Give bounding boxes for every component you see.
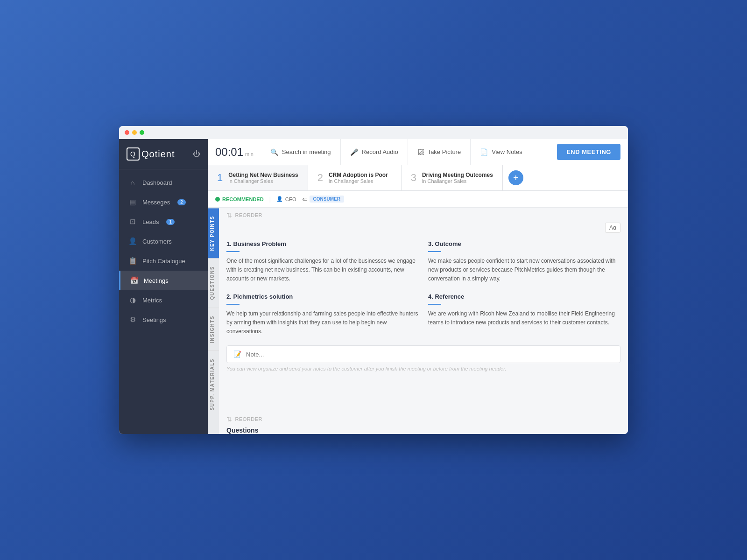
- key-point-1-title: 1. Business Problem: [226, 240, 419, 247]
- close-dot[interactable]: [125, 130, 129, 135]
- sidebar-item-messages[interactable]: ▤ Messeges 2: [119, 192, 208, 212]
- logo-label: Qotient: [141, 149, 175, 160]
- key-point-2: 2. Pichmetrics solution We help turn you…: [226, 293, 419, 336]
- consumer-label: CONSUMER: [310, 196, 344, 203]
- add-pitch-button[interactable]: +: [508, 170, 523, 185]
- font-size-button[interactable]: Aα: [605, 223, 620, 233]
- questions-heading: Questions: [219, 427, 628, 434]
- key-point-2-underline: [226, 304, 240, 305]
- key-point-1-underline: [226, 251, 240, 252]
- sidebar-item-settings[interactable]: ⚙ Seetings: [119, 310, 208, 329]
- note-hint: You can view organize and send your note…: [226, 366, 620, 371]
- maximize-dot[interactable]: [140, 130, 144, 135]
- end-meeting-button[interactable]: END MEETING: [557, 144, 620, 160]
- sidebar-item-metrics-label: Metrics: [142, 297, 162, 304]
- timer-unit: min: [245, 151, 254, 157]
- view-notes-label: View Notes: [492, 148, 522, 155]
- key-point-4: 4. Reference We are working with Ricoh N…: [428, 293, 620, 336]
- nav-items: ⌂ Dashboard ▤ Messeges 2 ⊡ Leads 1 👤 Cus…: [119, 169, 208, 434]
- sidebar-item-leads-label: Leads: [142, 218, 159, 225]
- recommended-tag: RECOMMENDED: [215, 196, 264, 202]
- ceo-label: CEO: [285, 196, 296, 202]
- sidebar-item-dashboard[interactable]: ⌂ Dashboard: [119, 173, 208, 192]
- left-tab-supp-materials[interactable]: SUPP. MATERIALS: [208, 350, 219, 418]
- sidebar-item-dashboard-label: Dashboard: [142, 179, 172, 186]
- reorder-icon: ⇅: [226, 211, 233, 219]
- settings-icon: ⚙: [128, 315, 137, 324]
- pitch-tab-3-title: Driving Meeting Outcomes: [422, 172, 493, 178]
- pitch-tab-1-info: Getting Net New Business in Challanger S…: [228, 172, 298, 184]
- app-body: Q Qotient ⏻ ⌂ Dashboard ▤ Messeges 2 ⊡ L…: [119, 139, 628, 434]
- messages-badge: 2: [177, 199, 186, 205]
- reorder-label: REORDER: [235, 212, 263, 218]
- sidebar-item-leads[interactable]: ⊡ Leads 1: [119, 212, 208, 231]
- pitch-tab-3-info: Driving Meeting Outcomes in Challanger S…: [422, 172, 493, 184]
- left-tab-key-points[interactable]: KEY POINTS: [208, 208, 219, 258]
- pitch-tab-1-sub: in Challanger Sales: [228, 178, 298, 184]
- pitch-tab-3-sub: in Challanger Sales: [422, 178, 493, 184]
- pitch-tab-1[interactable]: 1 Getting Net New Business in Challanger…: [208, 165, 308, 190]
- logo-area: Q Qotient ⏻: [119, 139, 208, 169]
- pitch-tab-1-title: Getting Net New Business: [228, 172, 298, 178]
- power-icon[interactable]: ⏻: [193, 150, 200, 158]
- consumer-tag: 🏷 CONSUMER: [302, 196, 344, 203]
- key-points-scroll: Aα 1. Business Problem One of the most s…: [219, 223, 628, 412]
- pitch-tab-3-num: 3: [411, 172, 416, 184]
- person-icon: 👤: [276, 196, 283, 202]
- tag-icon: 🏷: [302, 196, 307, 202]
- key-point-3-title: 3. Outcome: [428, 240, 620, 247]
- left-tabs: KEY POINTS QUESTIONS INSIGHTS SUPP. MATE…: [208, 208, 219, 434]
- dashboard-icon: ⌂: [128, 179, 137, 187]
- tags-bar: RECOMMENDED | 👤 CEO 🏷 CONSUMER: [208, 191, 628, 208]
- left-tab-questions[interactable]: QUESTIONS: [208, 258, 219, 307]
- sidebar-item-pitch-catalogue-label: Pitch Catalogue: [142, 258, 185, 265]
- key-point-1-text: One of the most significant challenges f…: [226, 257, 419, 284]
- leads-badge: 1: [166, 219, 175, 225]
- tabs-and-content: KEY POINTS QUESTIONS INSIGHTS SUPP. MATE…: [208, 208, 628, 434]
- sidebar-item-metrics[interactable]: ◑ Metrics: [119, 290, 208, 310]
- pitch-tab-2-title: CRM Adoption is Poor: [329, 172, 388, 178]
- content-area: 1 Getting Net New Business in Challanger…: [208, 165, 628, 434]
- timer-area: 00:01 min: [215, 146, 254, 159]
- timer-value: 00:01: [215, 146, 243, 159]
- view-notes-btn[interactable]: 📄 View Notes: [471, 139, 532, 165]
- logo-icon: Q: [127, 147, 140, 161]
- pitch-tabs: 1 Getting Net New Business in Challanger…: [208, 165, 628, 191]
- microphone-icon: 🎤: [350, 148, 358, 156]
- recommended-label: RECOMMENDED: [222, 196, 264, 202]
- messages-icon: ▤: [128, 198, 137, 206]
- note-input[interactable]: [246, 351, 613, 358]
- left-tab-insights[interactable]: INSIGHTS: [208, 308, 219, 350]
- minimize-dot[interactable]: [132, 130, 137, 135]
- customers-icon: 👤: [128, 237, 137, 245]
- key-points-content: ⇅ REORDER Aα: [219, 208, 628, 434]
- take-picture-btn[interactable]: 🖼 Take Picture: [408, 139, 471, 165]
- take-picture-label: Take Picture: [428, 148, 461, 155]
- key-point-3-underline: [428, 251, 441, 252]
- title-bar: [119, 126, 628, 139]
- sidebar-item-meetings[interactable]: 📅 Meetings: [119, 271, 208, 290]
- pitch-tab-1-num: 1: [217, 172, 223, 184]
- notes-icon: 📄: [480, 148, 488, 156]
- key-point-3-text: We make sales people confident to start …: [428, 257, 620, 284]
- ceo-tag: 👤 CEO: [276, 196, 296, 202]
- main-content: 00:01 min 🔍 Search in meeting 🎤 Record A…: [208, 139, 628, 434]
- record-audio-btn[interactable]: 🎤 Record Audio: [341, 139, 408, 165]
- search-toolbar-btn[interactable]: 🔍 Search in meeting: [261, 139, 341, 165]
- sidebar: Q Qotient ⏻ ⌂ Dashboard ▤ Messeges 2 ⊡ L…: [119, 139, 208, 434]
- font-size-controls: Aα: [226, 223, 620, 237]
- pitch-tab-3[interactable]: 3 Driving Meeting Outcomes in Challanger…: [402, 165, 503, 190]
- search-icon: 🔍: [270, 148, 278, 156]
- logo: Q Qotient: [127, 147, 175, 161]
- sidebar-item-customers[interactable]: 👤 Customers: [119, 231, 208, 251]
- recommended-dot: [215, 197, 220, 202]
- meetings-icon: 📅: [130, 276, 138, 285]
- camera-icon: 🖼: [417, 148, 424, 156]
- key-point-4-title: 4. Reference: [428, 293, 620, 300]
- pitch-tab-2[interactable]: 2 CRM Adoption is Poor in Challanger Sal…: [308, 165, 402, 190]
- pitch-area: 1 Getting Net New Business in Challanger…: [208, 165, 628, 434]
- leads-icon: ⊡: [128, 217, 137, 226]
- bottom-reorder-label: REORDER: [235, 416, 263, 422]
- key-point-2-title: 2. Pichmetrics solution: [226, 293, 419, 300]
- sidebar-item-pitch-catalogue[interactable]: 📋 Pitch Catalogue: [119, 251, 208, 271]
